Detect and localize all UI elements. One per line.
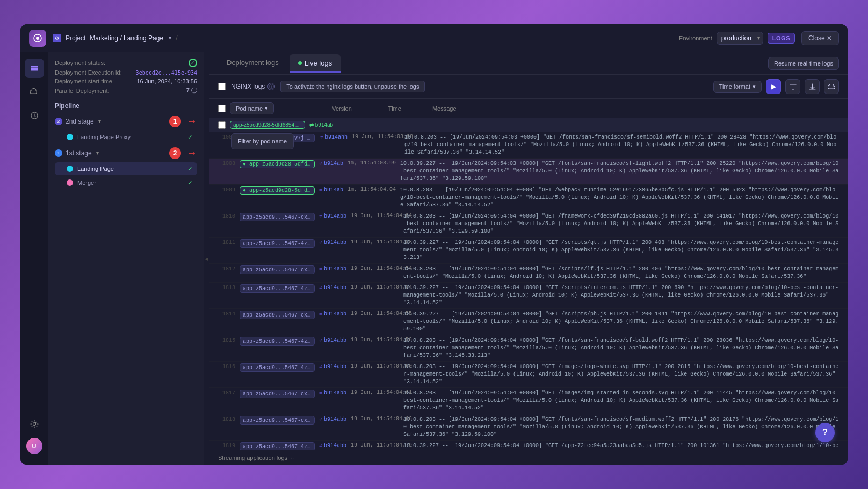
log-row: 1819 app-z5acd9...5467-4z8r6 🔵 b914abb 1… (209, 441, 848, 450)
pod-tag: app-z5acd9...5467-4z8r6 🔵 (240, 284, 315, 293)
log-row: 1811 app-z5acd9...5467-4z8r6 🔵 b914abb 1… (209, 238, 848, 264)
stage-2nd-chevron[interactable]: ▾ (98, 118, 101, 124)
breadcrumb: ⚙ Project Marketing / Landing Page ▾ / (53, 34, 672, 42)
download-btn[interactable] (805, 79, 820, 94)
version-tag: b914abb (319, 239, 346, 246)
close-button[interactable]: Close ✕ (801, 31, 839, 45)
pod-tag: app-z5acd9...5467-4z8r6 🔵 (240, 363, 315, 372)
log-time: 1m, 11:54:03.99 (348, 160, 396, 166)
project-label: Project (66, 34, 85, 42)
resume-btn[interactable]: Resume real-time logs (768, 57, 839, 70)
version-selected: ⇌ b914ab (309, 122, 333, 128)
filter-btn[interactable] (785, 79, 800, 94)
log-time: 19 Jun, 11:54:04.54 (351, 284, 399, 290)
log-time: 19 Jun, 11:54:04.79 (351, 442, 399, 448)
sidebar-icon-layers[interactable] (25, 59, 44, 78)
select-all-checkbox[interactable] (218, 105, 226, 112)
merger-icon (67, 179, 73, 186)
sidebar-icon-history[interactable] (25, 106, 44, 125)
nginx-checkbox[interactable] (218, 83, 226, 90)
live-logs-label: Live logs (305, 59, 332, 67)
log-table: 1007 app-z5...5467-cxv7j 🔵 b914ahh 19 Ju… (209, 132, 848, 450)
log-time: 19 Jun, 11:54:04.61 (351, 390, 399, 395)
stage-2nd[interactable]: 2 2nd stage ▾ 1 → (55, 115, 197, 127)
log-time: 19 Jun, 11:54:04.55 (351, 311, 399, 317)
stage-1st[interactable]: 1 1st stage ▾ 2 → (55, 147, 197, 159)
log-time: 19 Jun, 11:54:04.54 (351, 265, 399, 271)
log-msg: 10.0.8.203 -- [19/Jun/2024:09:54:04 +000… (403, 390, 839, 412)
log-num: 1009 (218, 186, 235, 193)
proxy-check: ✓ (187, 133, 193, 141)
version-tag: b914ab (319, 186, 343, 193)
streaming-footer: Streaming application logs ··· (209, 450, 848, 465)
cloud-btn[interactable] (824, 79, 839, 94)
log-time: 19 Jun, 11:54:04.84 (351, 213, 399, 219)
top-bar: ⚙ Project Marketing / Landing Page ▾ / E… (20, 24, 848, 52)
breadcrumb-sep: / (176, 34, 177, 42)
log-num: 1817 (218, 390, 235, 396)
play-btn[interactable]: ▶ (766, 79, 781, 94)
log-msg: 10.0.39.227 -- [19/Jun/2024:09:54:04 +00… (403, 311, 839, 333)
user-avatar[interactable]: U (26, 438, 42, 454)
stage-1st-chevron[interactable]: ▾ (96, 150, 99, 156)
filter-placeholder: Filter by pod name (238, 138, 287, 145)
arrow-1: → (186, 115, 197, 127)
content-area: U Deployment status: ✓ Deployment Execut… (20, 52, 848, 465)
col-message: Message (432, 105, 457, 112)
version-tag: b914abb (319, 265, 346, 272)
log-msg: 10.0.8.203 -- [19/Jun/2024:09:54:04 +000… (400, 186, 839, 209)
log-time: 19 Jun, 11:54:04.60 (351, 363, 399, 369)
pod-name-filter-btn[interactable]: Pod name ▾ (230, 102, 274, 114)
pod-name-label: Pod name (236, 105, 263, 112)
sidebar-icon-cloud[interactable] (25, 82, 44, 102)
project-icon: ⚙ (53, 34, 61, 42)
pod-row-checkbox[interactable] (218, 121, 226, 129)
pod-name-chevron: ▾ (265, 105, 268, 112)
time-format-btn[interactable]: Time format ▾ (713, 81, 762, 93)
deploy-status-icon: ✓ (189, 59, 197, 67)
log-time: 19 Jun, 11:54:04.53 (351, 239, 399, 245)
deploy-exec-label: Deployment Execution id: (55, 69, 122, 76)
stage-2nd-label: 2nd stage (66, 118, 94, 125)
deploy-exec-value: 3ebecd2e...415e-934 (136, 70, 197, 76)
env-select[interactable]: production (717, 32, 763, 45)
pipeline-item-merger[interactable]: Merger ✓ (55, 176, 197, 189)
log-row: 1812 app-z5acd9...5467-cxv7j 🔵 b914abb 1… (209, 264, 848, 283)
logs-toolbar: NGINX logs ⓘ To activate the nginx logs … (209, 75, 848, 99)
pod-tag: app-z5acd9...5467-cxv7j 🔵 (240, 311, 315, 319)
help-button[interactable]: ? (815, 423, 835, 442)
sidebar-icon-settings[interactable] (25, 414, 44, 434)
project-chevron[interactable]: ▾ (169, 35, 171, 41)
log-row: 1008 ● app-z5acd9d28-5dfd685467-cxv7j b9… (209, 159, 848, 185)
logs-badge: LOGS (768, 33, 795, 44)
pipeline-item-landing-page-proxy[interactable]: Landing Page Proxy ✓ (55, 131, 197, 143)
log-row: 1009 ● app-z5acd9d28-5dfd685467-4z8r6 b9… (209, 185, 848, 211)
pod-tag: app-z5acd9...5467-cxv7j 🔵 (240, 416, 315, 425)
nginx-label: NGINX logs ⓘ (231, 83, 275, 90)
time-format-chevron: ▾ (753, 83, 756, 90)
log-msg: 10.0.8.203 -- [19/Jun/2024:09:54:04 +000… (403, 337, 839, 359)
pipeline-panel: Deployment status: ✓ Deployment Executio… (48, 52, 204, 465)
time-format-label: Time format (719, 83, 750, 90)
svg-rect-3 (31, 68, 38, 69)
tab-live-logs[interactable]: Live logs (290, 54, 341, 73)
log-num: 1811 (218, 239, 235, 246)
log-num: 1819 (218, 442, 235, 449)
sidebar-icons: U (20, 52, 48, 465)
pipeline-item-landing-page[interactable]: Landing Page ✓ (55, 162, 197, 175)
log-msg: 10.0.8.203 -- [19/Jun/2024:09:54:03 +000… (404, 134, 839, 156)
env-select-wrap[interactable]: production (717, 32, 763, 45)
log-msg: 10.0.8.203 -- [19/Jun/2024:09:54:04 +000… (403, 213, 839, 235)
panel-collapse[interactable]: ◂ (204, 52, 209, 465)
close-label: Close ✕ (808, 34, 832, 42)
tab-deployment-logs[interactable]: Deployment logs (218, 54, 287, 72)
landing-page-check: ✓ (187, 165, 193, 172)
pod-tag: app-z5acd9...5467-cxv7j 🔵 (240, 265, 315, 274)
log-msg: 10.0.39.227 -- [19/Jun/2024:09:54:04 +00… (403, 442, 839, 450)
landing-page-label: Landing Page (77, 166, 114, 172)
deploy-start-label: Deployment start time: (55, 78, 114, 84)
parallel-label: Parallel Deployment: (55, 88, 110, 94)
log-num: 1816 (218, 363, 235, 370)
version-tag: b914abb (319, 311, 346, 317)
proxy-label: Landing Page Proxy (77, 134, 131, 140)
